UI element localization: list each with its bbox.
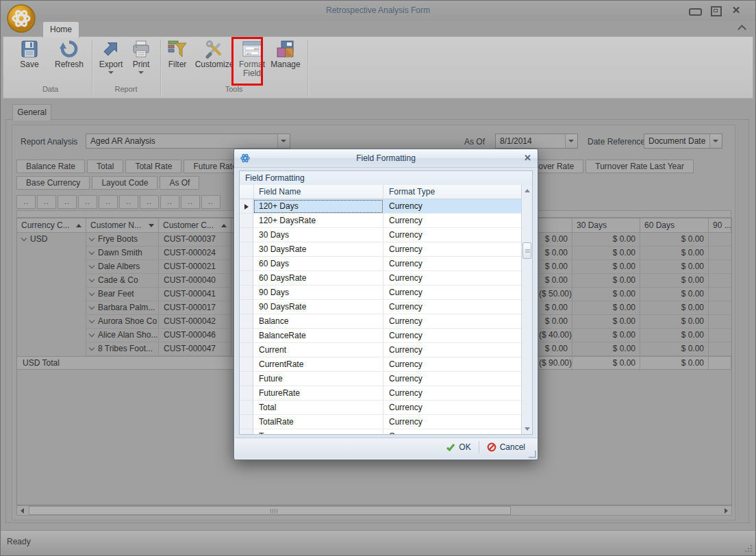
tab-general[interactable]: General xyxy=(12,104,51,121)
date-reference-combo[interactable]: Document Date xyxy=(644,134,722,149)
field-name-cell: 30 DaysRate xyxy=(253,242,383,257)
collapse-icon[interactable] xyxy=(89,304,94,309)
pivot-field-chip[interactable]: Total xyxy=(87,160,123,173)
export-button[interactable]: Export xyxy=(95,40,127,74)
print-dropdown-icon[interactable] xyxy=(138,71,144,74)
field-row[interactable]: 60 DaysRate Currency xyxy=(240,271,521,286)
print-button[interactable]: Print xyxy=(127,40,155,74)
dialog-close-icon[interactable]: ✕ xyxy=(524,153,531,164)
filter-cell[interactable]: .. xyxy=(58,195,77,209)
field-row[interactable]: Turnover Currency xyxy=(240,429,521,434)
field-row[interactable]: CurrentRate Currency xyxy=(240,357,521,372)
horizontal-scrollbar[interactable] xyxy=(16,505,732,516)
column-header-customer-name[interactable]: Customer N... xyxy=(86,218,159,233)
dialog-titlebar[interactable]: Field Formatting ✕ xyxy=(234,149,538,168)
maximize-icon[interactable] xyxy=(711,6,722,16)
field-row[interactable]: Total Currency xyxy=(240,401,521,415)
close-icon[interactable]: ✕ xyxy=(730,5,742,16)
customer-name-cell: Aurora Shoe Co xyxy=(86,315,159,329)
filter-cell[interactable]: .. xyxy=(201,195,220,209)
customer-code-cell: CUST-000042 xyxy=(159,315,231,329)
field-row[interactable]: BalanceRate Currency xyxy=(240,329,521,343)
chevron-down-icon[interactable] xyxy=(277,134,290,148)
filter-cell[interactable]: .. xyxy=(99,195,118,209)
dialog-resize-grip[interactable] xyxy=(529,451,536,458)
filter-cell[interactable]: .. xyxy=(181,195,200,209)
filter-button[interactable]: Filter xyxy=(162,40,192,69)
ribbon-collapse-icon[interactable] xyxy=(738,25,746,34)
pivot-field-chip[interactable]: Total Rate xyxy=(125,160,181,173)
collapse-icon[interactable] xyxy=(89,345,94,351)
column-header-currency[interactable]: Currency C... xyxy=(17,218,86,233)
scroll-left-icon[interactable] xyxy=(18,506,28,515)
collapse-icon[interactable] xyxy=(89,331,94,337)
field-row[interactable]: FutureRate Currency xyxy=(240,386,521,401)
filter-cell[interactable]: .. xyxy=(78,195,97,209)
row-indicator xyxy=(240,329,253,343)
field-row[interactable]: 120+ Days Currency xyxy=(240,199,521,214)
column-header-customer-code[interactable]: Customer C... xyxy=(159,218,231,233)
titlebar[interactable]: Retrospective Analysis Form ✕ xyxy=(0,0,756,21)
pivot-field-chip[interactable]: Turnover Rate Last Year xyxy=(585,160,694,173)
date-reference-label: Date Reference xyxy=(588,137,645,147)
field-row[interactable]: 90 Days Currency xyxy=(240,286,521,300)
manage-button[interactable]: Manage xyxy=(269,40,302,69)
collapse-icon[interactable] xyxy=(89,277,94,282)
format-type-header[interactable]: Format Type xyxy=(383,185,521,197)
field-row[interactable]: 30 Days Currency xyxy=(240,228,521,242)
scroll-up-icon[interactable] xyxy=(522,185,532,196)
filter-cell[interactable]: .. xyxy=(160,195,179,209)
field-row[interactable]: Balance Currency xyxy=(240,314,521,329)
column-header-60days[interactable]: 60 Days xyxy=(640,218,709,233)
scrollbar-thumb[interactable] xyxy=(29,506,511,515)
scroll-right-icon[interactable] xyxy=(720,506,731,515)
collapse-icon[interactable] xyxy=(89,318,94,323)
chevron-down-icon[interactable] xyxy=(709,134,722,148)
dialog-scrollbar[interactable] xyxy=(521,185,532,434)
save-button[interactable]: Save xyxy=(14,40,45,69)
chevron-down-icon[interactable] xyxy=(565,134,577,148)
days60-value-cell: $ 0.00 xyxy=(640,233,709,247)
filter-cell[interactable]: .. xyxy=(37,195,56,209)
ok-button[interactable]: OK xyxy=(440,440,477,454)
field-row[interactable]: 60 Days Currency xyxy=(240,257,521,271)
field-row[interactable]: 120+ DaysRate Currency xyxy=(240,214,521,228)
data-fields-row-right: Turnover RateTurnover Rate Last Year xyxy=(512,160,696,173)
column-header-30days[interactable]: 30 Days xyxy=(572,218,640,233)
window-resize-grip[interactable] xyxy=(744,544,753,553)
scroll-down-icon[interactable] xyxy=(522,423,532,434)
row-indicator xyxy=(240,372,253,386)
collapse-icon[interactable] xyxy=(89,236,94,241)
aged-value-cell: $ 0.00 xyxy=(539,274,572,288)
field-row[interactable]: Future Currency xyxy=(240,372,521,386)
collapse-icon[interactable] xyxy=(89,290,94,296)
customer-name-cell: Barbara Palm... xyxy=(86,301,159,315)
scrollbar-thumb[interactable] xyxy=(522,242,531,259)
column-header-90days[interactable]: 90 ... xyxy=(709,218,731,233)
collapse-icon[interactable] xyxy=(89,263,94,268)
collapse-icon[interactable] xyxy=(89,249,94,255)
days90-value-cell xyxy=(709,301,731,315)
minimize-icon[interactable] xyxy=(689,8,702,16)
pivot-field-chip[interactable]: As Of xyxy=(160,176,199,190)
refresh-button[interactable]: Refresh xyxy=(51,40,87,69)
field-row[interactable]: 90 DaysRate Currency xyxy=(240,300,521,314)
field-row[interactable]: Current Currency xyxy=(240,343,521,357)
export-dropdown-icon[interactable] xyxy=(108,71,114,74)
as-of-date-combo[interactable]: 8/1/2014 xyxy=(495,134,578,149)
customize-button[interactable]: Customize xyxy=(194,40,235,69)
field-row[interactable]: TotalRate Currency xyxy=(240,415,521,429)
pivot-field-chip[interactable]: Balance Rate xyxy=(16,160,85,173)
report-analysis-combo[interactable]: Aged AR Analysis xyxy=(86,134,290,149)
tab-home[interactable]: Home xyxy=(42,21,79,38)
pivot-field-chip[interactable]: Layout Code xyxy=(92,176,158,190)
pivot-field-chip[interactable]: Base Currency xyxy=(16,176,90,190)
filter-cells-row: .................... xyxy=(16,195,222,209)
field-name-header[interactable]: Field Name xyxy=(253,185,383,199)
field-row[interactable]: 30 DaysRate Currency xyxy=(240,242,521,257)
column-header-aged[interactable] xyxy=(539,218,572,233)
filter-cell[interactable]: .. xyxy=(16,195,36,209)
filter-cell[interactable]: .. xyxy=(140,195,159,209)
cancel-button[interactable]: Cancel xyxy=(481,440,531,454)
filter-cell[interactable]: .. xyxy=(119,195,138,209)
